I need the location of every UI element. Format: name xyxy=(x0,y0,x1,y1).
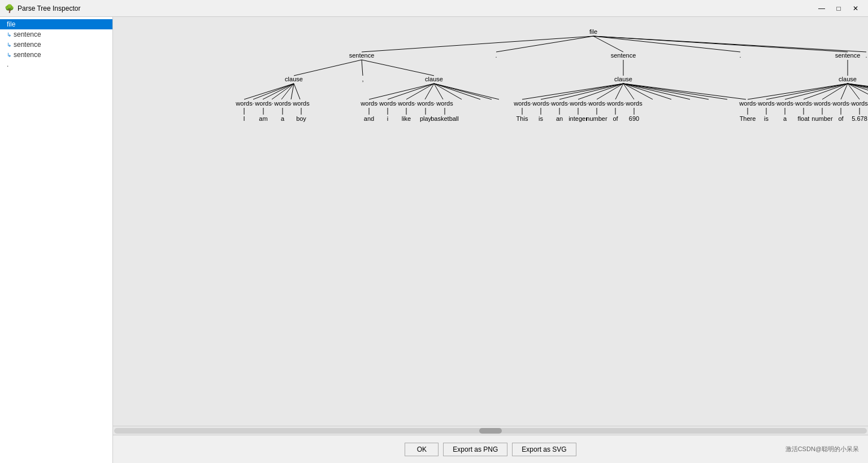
svg-line-56 xyxy=(748,84,848,99)
tree-svg-wrapper: file sentence . xyxy=(113,17,868,186)
leaf-i: i xyxy=(387,115,388,122)
leaf-boy: boy xyxy=(296,115,306,122)
scrollbar-thumb[interactable] xyxy=(479,428,502,434)
svg-line-2 xyxy=(593,36,623,52)
leaf-integer: integer xyxy=(568,115,588,122)
minimize-button[interactable]: — xyxy=(814,2,830,15)
arrow-icon-3: ↳ xyxy=(7,52,11,58)
leaf-690: 690 xyxy=(629,115,639,122)
dot-8: · xyxy=(530,100,532,107)
node-dot1: . xyxy=(495,52,497,59)
ok-button[interactable]: OK xyxy=(405,443,439,456)
svg-line-37 xyxy=(559,84,623,99)
node-words-5678: words xyxy=(850,100,868,107)
title-bar-text: Parse Tree Inspector xyxy=(18,5,814,12)
node-words-basketball: words xyxy=(436,100,453,107)
dot-11: · xyxy=(586,100,588,107)
svg-line-36 xyxy=(541,84,623,99)
svg-line-6 xyxy=(294,60,362,76)
horizontal-scrollbar[interactable] xyxy=(113,426,868,435)
svg-line-43 xyxy=(623,84,671,99)
node-words-like: words xyxy=(397,100,415,107)
dot-5: · xyxy=(395,100,397,107)
node-clause3: clause xyxy=(614,76,632,82)
dot-4: · xyxy=(376,100,378,107)
svg-line-46 xyxy=(623,84,727,99)
dot-1: · xyxy=(252,100,254,107)
node-dot3: . xyxy=(865,52,867,59)
dot-12: · xyxy=(605,100,606,107)
maximize-button[interactable]: □ xyxy=(831,2,847,15)
node-words-boy: words xyxy=(292,100,310,107)
dot-18: · xyxy=(830,100,832,107)
svg-line-9 xyxy=(244,84,294,99)
node-clause2: clause xyxy=(425,76,443,82)
node-file: file xyxy=(589,28,597,35)
svg-line-12 xyxy=(294,84,300,99)
svg-line-47 xyxy=(623,84,746,99)
dot-2: · xyxy=(271,100,273,107)
node-words-am: words xyxy=(254,100,272,107)
node-words-is2: words xyxy=(757,100,775,107)
node-comma1: , xyxy=(362,76,363,82)
watermark: 激活CSDN@聪明的小呆呆 xyxy=(785,445,859,453)
leaf-There: There xyxy=(740,115,756,122)
sidebar-item-sentence-2[interactable]: ↳ sentence xyxy=(0,40,112,50)
node-sentence2: sentence xyxy=(611,52,636,59)
dot-17: · xyxy=(811,100,813,107)
node-words-of2: words xyxy=(832,100,849,107)
sidebar-item-sentence-3-label: sentence xyxy=(14,51,41,59)
title-bar-buttons: — □ ✕ xyxy=(814,2,863,15)
leaf-basketball: basketball xyxy=(431,115,459,122)
node-words-I: words xyxy=(235,100,253,107)
node-clause4: clause xyxy=(839,76,857,82)
svg-line-45 xyxy=(623,84,709,99)
svg-line-15 xyxy=(291,84,294,99)
sidebar: file ↳ sentence ↳ sentence ↳ sentence . xyxy=(0,17,113,463)
leaf-and: and xyxy=(364,115,374,122)
leaf-a: a xyxy=(281,115,285,122)
svg-line-20 xyxy=(369,84,434,99)
leaf-an: an xyxy=(556,115,563,122)
node-words-an: words xyxy=(550,100,568,107)
close-button[interactable]: ✕ xyxy=(848,2,863,15)
app-icon: 🌳 xyxy=(5,4,14,13)
dot-7: · xyxy=(433,100,435,107)
tree-container[interactable]: file sentence . xyxy=(113,17,868,426)
svg-line-8 xyxy=(362,60,434,76)
title-bar: 🌳 Parse Tree Inspector — □ ✕ xyxy=(0,0,868,17)
node-words-690: words xyxy=(625,100,643,107)
dot-9: · xyxy=(549,100,550,107)
svg-line-5 xyxy=(593,36,866,52)
node-words-There: words xyxy=(739,100,756,107)
dot-15: · xyxy=(774,100,776,107)
svg-line-14 xyxy=(272,84,294,99)
svg-line-28 xyxy=(434,84,492,99)
scrollbar-track[interactable] xyxy=(114,428,867,434)
dot-19: · xyxy=(849,100,850,107)
sidebar-dot: . xyxy=(0,60,112,69)
node-words-a2: words xyxy=(776,100,793,107)
parse-tree-svg: file sentence . xyxy=(119,23,868,164)
svg-line-58 xyxy=(785,84,848,99)
sidebar-item-sentence-1[interactable]: ↳ sentence xyxy=(0,29,112,40)
leaf-This: This xyxy=(517,115,528,122)
bottom-bar: OK Export as PNG Export as SVG 激活CSDN@聪明… xyxy=(113,435,868,463)
sidebar-item-sentence-3[interactable]: ↳ sentence xyxy=(0,50,112,60)
leaf-of2: of xyxy=(838,115,844,122)
export-png-button[interactable]: Export as PNG xyxy=(443,443,507,456)
node-words-and: words xyxy=(360,100,377,107)
node-words-play: words xyxy=(416,100,434,107)
node-words-of1: words xyxy=(606,100,624,107)
leaf-number2: number xyxy=(811,115,833,122)
leaf-is1: is xyxy=(539,115,543,122)
dot-13: · xyxy=(623,100,625,107)
svg-line-1 xyxy=(496,36,593,52)
node-words-i: words xyxy=(379,100,396,107)
svg-line-10 xyxy=(263,84,294,99)
leaf-a2: a xyxy=(783,115,787,122)
sidebar-item-file[interactable]: file xyxy=(0,19,112,29)
leaf-5678: 5.678 xyxy=(852,115,867,122)
export-svg-button[interactable]: Export as SVG xyxy=(512,443,576,456)
node-words-float: words xyxy=(795,100,812,107)
